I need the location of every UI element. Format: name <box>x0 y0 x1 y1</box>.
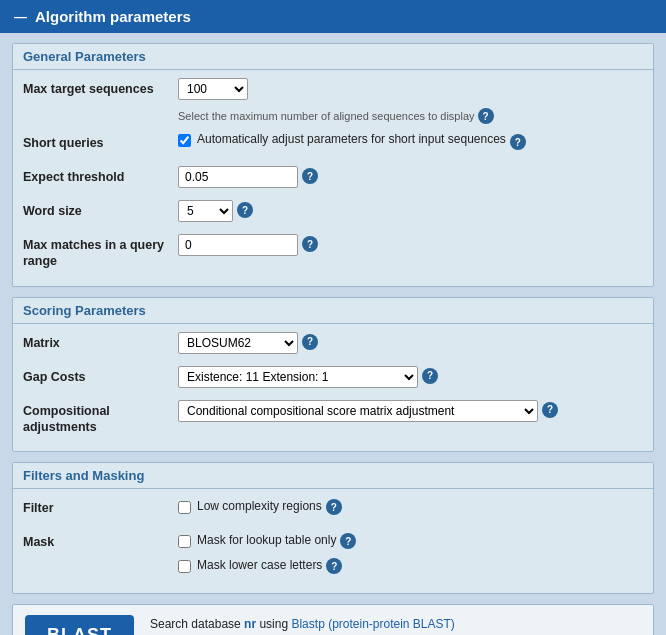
max-target-hint: Select the maximum number of aligned seq… <box>178 106 643 124</box>
max-target-select[interactable]: 100 10 50 250 500 1000 5000 <box>178 78 248 100</box>
filter-checkbox-row: Low complexity regions ? <box>178 497 342 515</box>
short-queries-control: Automatically adjust parameters for shor… <box>178 132 643 150</box>
compositional-label: Compositional adjustments <box>23 400 178 436</box>
short-queries-help-icon[interactable]: ? <box>510 134 526 150</box>
matrix-label: Matrix <box>23 332 178 351</box>
gap-costs-control: Existence: 11 Extension: 1 Existence: 10… <box>178 366 643 388</box>
gap-costs-label: Gap Costs <box>23 366 178 385</box>
mask-lookup-help-icon[interactable]: ? <box>340 533 356 549</box>
mask-lookup-row: Mask for lookup table only ? <box>178 531 356 549</box>
word-size-row: Word size 5 2 3 6 7 ? <box>23 200 643 226</box>
short-queries-row: Short queries Automatically adjust param… <box>23 132 643 158</box>
max-matches-label: Max matches in a query range <box>23 234 178 270</box>
blast-footer: BLAST Search database nr using Blastp (p… <box>12 604 654 635</box>
section-title: Algorithm parameters <box>35 8 191 25</box>
compositional-select[interactable]: Conditional compositional score matrix a… <box>178 400 538 422</box>
scoring-parameters-body: Matrix BLOSUM62 PAM30 PAM70 PAM250 BLOSU… <box>13 324 653 452</box>
max-target-label: Max target sequences <box>23 78 178 97</box>
mask-lookup-checkbox[interactable] <box>178 535 191 548</box>
short-queries-checkbox[interactable] <box>178 134 191 147</box>
expect-threshold-input[interactable] <box>178 166 298 188</box>
compositional-help-icon[interactable]: ? <box>542 402 558 418</box>
short-queries-label: Short queries <box>23 132 178 151</box>
mask-label: Mask <box>23 531 178 550</box>
word-size-label: Word size <box>23 200 178 219</box>
max-matches-row: Max matches in a query range ? <box>23 234 643 270</box>
collapse-icon[interactable]: — <box>14 9 27 24</box>
algorithm-parameters-panel: — Algorithm parameters General Parameter… <box>0 0 666 635</box>
filter-row: Filter Low complexity regions ? <box>23 497 643 523</box>
filter-help-icon[interactable]: ? <box>326 499 342 515</box>
expect-threshold-control: ? <box>178 166 643 188</box>
method-link[interactable]: Blastp (protein-protein BLAST) <box>291 617 454 631</box>
mask-lookup-label: Mask for lookup table only <box>197 533 336 547</box>
section-header: — Algorithm parameters <box>0 0 666 33</box>
compositional-row: Compositional adjustments Conditional co… <box>23 400 643 436</box>
word-size-control: 5 2 3 6 7 ? <box>178 200 643 222</box>
expect-threshold-label: Expect threshold <box>23 166 178 185</box>
gap-costs-help-icon[interactable]: ? <box>422 368 438 384</box>
gap-costs-select[interactable]: Existence: 11 Extension: 1 Existence: 10… <box>178 366 418 388</box>
word-size-help-icon[interactable]: ? <box>237 202 253 218</box>
mask-row: Mask Mask for lookup table only ? Mask l… <box>23 531 643 577</box>
gap-costs-row: Gap Costs Existence: 11 Extension: 1 Exi… <box>23 366 643 392</box>
max-target-row: Max target sequences 100 10 50 250 500 1… <box>23 78 643 124</box>
max-target-control: 100 10 50 250 500 1000 5000 Select the m… <box>178 78 643 124</box>
mask-lowercase-help-icon[interactable]: ? <box>326 558 342 574</box>
mask-lowercase-checkbox[interactable] <box>178 560 191 573</box>
blast-desc-text: Search database nr using Blastp (protein… <box>150 615 455 631</box>
max-target-help-icon[interactable]: ? <box>478 108 494 124</box>
filter-checkbox-label: Low complexity regions <box>197 499 322 513</box>
filters-masking-header: Filters and Masking <box>13 463 653 489</box>
max-matches-help-icon[interactable]: ? <box>302 236 318 252</box>
content-area: General Parameters Max target sequences … <box>0 33 666 635</box>
max-matches-input[interactable] <box>178 234 298 256</box>
matrix-control: BLOSUM62 PAM30 PAM70 PAM250 BLOSUM80 BLO… <box>178 332 643 354</box>
matrix-help-icon[interactable]: ? <box>302 334 318 350</box>
short-queries-checkbox-label: Automatically adjust parameters for shor… <box>197 132 506 146</box>
filter-control: Low complexity regions ? <box>178 497 643 518</box>
filter-label: Filter <box>23 497 178 516</box>
blast-description: Search database nr using Blastp (protein… <box>150 615 455 635</box>
mask-lowercase-label: Mask lower case letters <box>197 558 322 572</box>
db-link[interactable]: nr <box>244 617 256 631</box>
matrix-row: Matrix BLOSUM62 PAM30 PAM70 PAM250 BLOSU… <box>23 332 643 358</box>
general-parameters-header: General Parameters <box>13 44 653 70</box>
compositional-control: Conditional compositional score matrix a… <box>178 400 643 422</box>
filters-masking-body: Filter Low complexity regions ? Mask <box>13 489 653 593</box>
general-parameters-section: General Parameters Max target sequences … <box>12 43 654 287</box>
matrix-select[interactable]: BLOSUM62 PAM30 PAM70 PAM250 BLOSUM80 BLO… <box>178 332 298 354</box>
mask-lowercase-row: Mask lower case letters ? <box>178 556 342 574</box>
mask-control: Mask for lookup table only ? Mask lower … <box>178 531 643 577</box>
filters-masking-section: Filters and Masking Filter Low complexit… <box>12 462 654 594</box>
scoring-parameters-header: Scoring Parameters <box>13 298 653 324</box>
general-parameters-body: Max target sequences 100 10 50 250 500 1… <box>13 70 653 286</box>
word-size-select[interactable]: 5 2 3 6 7 <box>178 200 233 222</box>
filter-checkbox[interactable] <box>178 501 191 514</box>
expect-threshold-row: Expect threshold ? <box>23 166 643 192</box>
max-matches-control: ? <box>178 234 643 256</box>
expect-threshold-help-icon[interactable]: ? <box>302 168 318 184</box>
blast-button[interactable]: BLAST <box>25 615 134 635</box>
scoring-parameters-section: Scoring Parameters Matrix BLOSUM62 PAM30… <box>12 297 654 453</box>
